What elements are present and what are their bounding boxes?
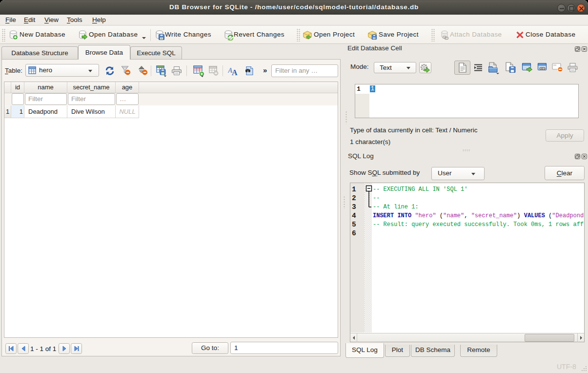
svg-text:A: A — [232, 68, 238, 76]
